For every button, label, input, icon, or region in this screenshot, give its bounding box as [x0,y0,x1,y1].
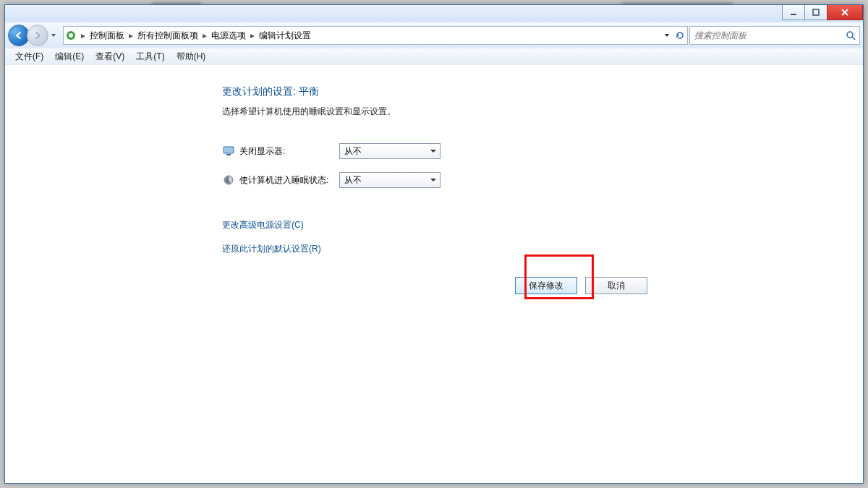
menu-tools[interactable]: 工具(T) [130,49,170,64]
chevron-right-icon: ▸ [127,30,135,40]
button-row: 保存修改 取消 [222,277,656,294]
search-icon[interactable] [845,30,856,41]
desktop: ████████ ██████████████████ ███ ████████… [0,0,868,488]
breadcrumb-item[interactable]: 电源选项 [208,30,249,42]
menubar: 文件(F) 编辑(E) 查看(V) 工具(T) 帮助(H) [5,48,863,65]
menu-file[interactable]: 文件(F) [9,49,49,64]
moon-icon [222,174,235,187]
svg-rect-0 [791,14,796,15]
control-panel-icon [65,30,77,41]
address-bar[interactable]: ▸ 控制面板 ▸ 所有控制面板项 ▸ 电源选项 ▸ 编辑计划设置 [63,26,688,45]
setting-label: 关闭显示器: [239,145,339,158]
breadcrumb-item[interactable]: 控制面板 [87,30,127,42]
refresh-button[interactable] [674,28,686,43]
chevron-right-icon: ▸ [80,30,87,40]
select-value[interactable]: 从不 [339,143,441,159]
svg-rect-6 [224,147,234,153]
menu-view[interactable]: 查看(V) [90,49,130,64]
page-description: 选择希望计算机使用的睡眠设置和显示设置。 [222,106,656,118]
titlebar [5,5,863,22]
nav-buttons [8,25,59,46]
sleep-select[interactable]: 从不 [339,172,441,188]
setting-label: 使计算机进入睡眠状态: [239,174,339,187]
svg-line-5 [852,37,855,40]
restore-defaults-link[interactable]: 还原此计划的默认设置(R) [222,243,656,255]
svg-rect-7 [226,154,231,155]
monitor-icon [222,145,235,158]
cancel-button[interactable]: 取消 [585,277,647,294]
menu-help[interactable]: 帮助(H) [171,49,212,64]
settings-panel: 更改计划的设置: 平衡 选择希望计算机使用的睡眠设置和显示设置。 关闭显示器: … [222,85,656,294]
close-button[interactable] [827,5,863,20]
chevron-right-icon: ▸ [201,30,208,40]
menu-edit[interactable]: 编辑(E) [49,49,90,64]
address-dropdown[interactable] [661,28,673,43]
forward-button[interactable] [27,25,48,46]
maximize-button[interactable] [804,5,827,20]
content-area: 更改计划的设置: 平衡 选择希望计算机使用的睡眠设置和显示设置。 关闭显示器: … [5,64,863,483]
save-button[interactable]: 保存修改 [515,277,577,294]
svg-point-4 [847,32,853,38]
setting-row-display-off: 关闭显示器: 从不 [222,137,656,166]
chevron-right-icon: ▸ [249,30,256,40]
breadcrumb-item[interactable]: 所有控制面板项 [135,30,201,42]
nav-history-dropdown[interactable] [48,25,59,46]
svg-point-3 [69,33,73,38]
navbar: ▸ 控制面板 ▸ 所有控制面板项 ▸ 电源选项 ▸ 编辑计划设置 [5,22,863,49]
page-title: 更改计划的设置: 平衡 [222,85,656,98]
svg-rect-1 [813,9,819,15]
search-box[interactable] [689,26,860,45]
minimize-button[interactable] [782,5,805,20]
search-input[interactable] [693,30,845,41]
window: ▸ 控制面板 ▸ 所有控制面板项 ▸ 电源选项 ▸ 编辑计划设置 [4,4,864,484]
links-block: 更改高级电源设置(C) 还原此计划的默认设置(R) [222,219,656,255]
breadcrumb-item[interactable]: 编辑计划设置 [256,30,314,42]
setting-row-sleep: 使计算机进入睡眠状态: 从不 [222,166,656,194]
advanced-power-settings-link[interactable]: 更改高级电源设置(C) [222,219,656,231]
select-value[interactable]: 从不 [339,172,441,188]
display-off-select[interactable]: 从不 [339,143,441,159]
